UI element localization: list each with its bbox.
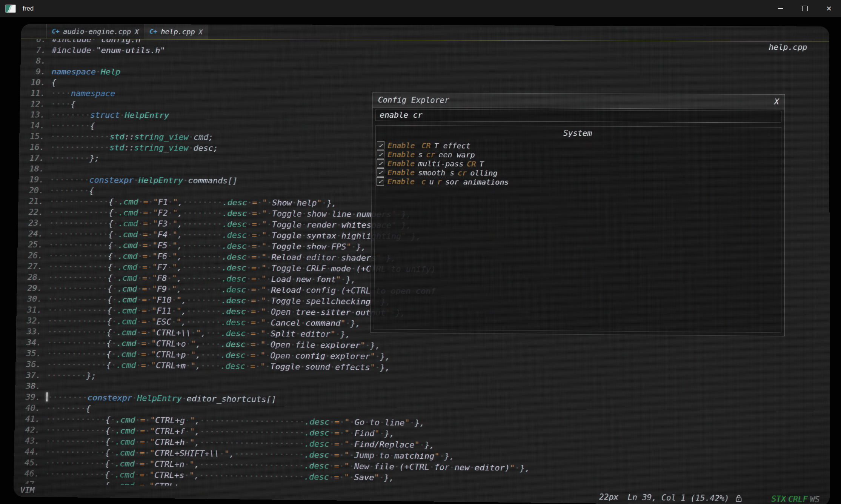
line-number: 21. [18, 196, 49, 207]
line-number: 13. [20, 109, 51, 120]
status-flag-stx: STX [772, 494, 786, 504]
checkbox-checked-icon[interactable]: ✓ [377, 159, 384, 167]
line-number: 9. [20, 66, 52, 77]
status-flag-crlf: CRLF [788, 494, 808, 504]
line-number: 43. [14, 435, 46, 446]
minimize-button[interactable] [769, 0, 793, 17]
line-number: 10. [20, 77, 52, 88]
popup-body: System ✓Enable CRT effect✓Enable screen … [374, 125, 781, 333]
line-number: 8. [20, 55, 52, 66]
checkbox-checked-icon[interactable]: ✓ [377, 150, 384, 158]
line-number: 24. [18, 228, 49, 239]
status-flag-ws: WS [810, 495, 820, 504]
tab-close-icon[interactable]: X [135, 26, 139, 37]
popup-title: Config Explorer [378, 95, 449, 106]
line-number: 19. [18, 174, 50, 185]
line-number: 29. [17, 283, 48, 293]
vim-mode-indicator: VIM [20, 485, 34, 496]
line-number: 38. [15, 381, 47, 392]
line-number: 12. [20, 98, 51, 109]
line-number: 18. [19, 163, 50, 174]
tab-audio-engine[interactable]: C+ audio-engine.cpp X [46, 24, 145, 39]
minimize-icon [778, 8, 783, 9]
checkbox-checked-icon[interactable]: ✓ [377, 168, 384, 177]
line-number: 32. [16, 315, 48, 326]
maximize-icon [802, 6, 808, 11]
line-number: 14. [20, 120, 51, 131]
window-title: fred [23, 5, 34, 12]
line-number: 45. [14, 457, 46, 468]
config-explorer-popup: Config Explorer X enable cr System ✓Enab… [370, 92, 785, 336]
tab-close-icon[interactable]: X [198, 26, 203, 37]
line-number: 35. [16, 348, 47, 359]
line-number: 33. [16, 326, 48, 337]
checkbox-checked-icon[interactable]: ✓ [377, 177, 384, 186]
line-number: 17. [19, 152, 50, 163]
line-number: 37. [15, 370, 47, 381]
line-number: 22. [18, 206, 49, 217]
padlock-icon [735, 494, 742, 503]
crt-screen: C+ audio-engine.cpp X C+ help.cpp X help… [0, 17, 841, 504]
line-number: 40. [15, 402, 46, 413]
editor-surface: C+ audio-engine.cpp X C+ help.cpp X help… [14, 24, 830, 504]
line-number: 28. [17, 272, 48, 283]
line-number: 15. [19, 131, 51, 142]
maximize-button[interactable] [793, 0, 817, 17]
line-number: 7. [21, 45, 52, 55]
line-number: 11. [20, 88, 51, 98]
window-titlebar: fred ✕ [0, 0, 841, 17]
popup-titlebar: Config Explorer X [373, 93, 784, 109]
app-icon [5, 5, 16, 13]
tab-bar: C+ audio-engine.cpp X C+ help.cpp X [21, 24, 829, 42]
line-number: 44. [14, 446, 46, 457]
line-number: 27. [17, 261, 48, 272]
current-file-label: help.cpp [769, 42, 807, 53]
line-number: 34. [16, 337, 47, 348]
line-number: 31. [17, 304, 48, 315]
line-number: 39. [15, 391, 47, 403]
line-number: 36. [15, 359, 47, 370]
config-option[interactable]: ✓Enable CRT effect [377, 141, 781, 152]
line-number: 25. [17, 239, 49, 250]
tab-help[interactable]: C+ help.cpp X [144, 24, 208, 39]
text-cursor [46, 392, 48, 401]
checkbox-checked-icon[interactable]: ✓ [377, 141, 384, 149]
line-number: 26. [17, 250, 49, 261]
close-button[interactable]: ✕ [817, 0, 841, 17]
line-number: 30. [17, 293, 48, 305]
cpp-file-icon: C+ [149, 26, 157, 37]
cursor-position: Ln 39, Col 1 (15.42%) [627, 492, 729, 504]
tab-label: audio-engine.cpp [63, 26, 131, 37]
line-number: 23. [18, 217, 49, 228]
config-search-input[interactable]: enable cr [375, 109, 781, 123]
line-number: 16. [19, 141, 51, 152]
font-size-indicator: 22px [599, 492, 618, 503]
tab-label: help.cpp [161, 26, 195, 37]
popup-close-icon[interactable]: X [774, 96, 779, 107]
line-number: 20. [18, 185, 50, 196]
cpp-file-icon: C+ [52, 26, 60, 37]
line-number: 42. [14, 424, 46, 435]
line-number: 46. [14, 468, 45, 479]
line-number: 41. [15, 413, 46, 424]
config-option[interactable]: ✓Enable cursor animations [377, 177, 781, 188]
